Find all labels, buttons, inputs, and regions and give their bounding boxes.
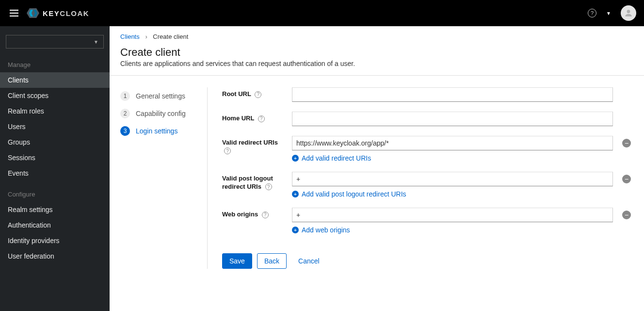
cancel-button[interactable]: Cancel <box>291 253 326 269</box>
wizard-footer: Save Back Cancel <box>222 244 633 269</box>
sidebar-item-groups[interactable]: Groups <box>0 134 110 150</box>
sidebar-item-realm-settings[interactable]: Realm settings <box>0 202 110 217</box>
wizard-step-general-settings[interactable]: 1 General settings <box>120 87 199 105</box>
sidebar-item-users[interactable]: Users <box>0 119 110 134</box>
help-icon[interactable]: ? <box>262 212 269 218</box>
plus-circle-icon: + <box>292 191 299 197</box>
sidebar-item-user-federation[interactable]: User federation <box>0 248 110 264</box>
root-url-input[interactable] <box>292 87 613 102</box>
sidebar-item-client-scopes[interactable]: Client scopes <box>0 88 110 103</box>
main-content: Clients › Create client Create client Cl… <box>110 26 644 311</box>
home-url-input[interactable] <box>292 112 613 126</box>
nav-section-title: Manage <box>0 57 110 72</box>
save-button[interactable]: Save <box>222 253 252 269</box>
page-subtitle: Clients are applications and services th… <box>110 59 644 76</box>
minus-circle-icon: − <box>625 176 628 182</box>
home-url-label: Home URL ? <box>222 112 285 123</box>
remove-redirect-uri-button[interactable]: − <box>622 139 631 147</box>
brand-name: KEYCLOAK <box>43 9 89 17</box>
add-redirect-uri-link[interactable]: +Add valid redirect URIs <box>292 154 371 162</box>
user-avatar[interactable] <box>621 5 636 21</box>
page-title: Create client <box>110 43 644 59</box>
web-origins-label: Web origins ? <box>222 208 285 219</box>
help-icon[interactable]: ? <box>255 91 261 98</box>
help-icon[interactable]: ? <box>258 115 265 122</box>
sidebar: ▼ Manage Clients Client scopes Realm rol… <box>0 26 110 311</box>
nav-section-title: Configure <box>0 187 110 202</box>
header-right: ? ▼ <box>588 5 636 21</box>
header-left: KEYCLOAK <box>8 7 89 19</box>
plus-circle-icon: + <box>292 155 299 162</box>
brand-logo[interactable]: KEYCLOAK <box>26 7 89 19</box>
caret-down-icon: ▼ <box>94 39 98 45</box>
add-post-logout-uri-link[interactable]: +Add valid post logout redirect URIs <box>292 190 406 198</box>
avatar-icon <box>624 8 633 18</box>
web-origin-input[interactable] <box>292 208 613 222</box>
breadcrumb-current: Create client <box>153 33 188 40</box>
svg-point-3 <box>627 10 630 13</box>
wizard-steps: 1 General settings 2 Capability config 3… <box>120 87 208 269</box>
header-dropdown-caret[interactable]: ▼ <box>606 11 611 16</box>
remove-post-logout-uri-button[interactable]: − <box>622 175 631 183</box>
post-logout-uris-label: Valid post logout redirect URIs ? <box>222 172 285 191</box>
menu-toggle-button[interactable] <box>8 8 20 18</box>
minus-circle-icon: − <box>625 140 628 147</box>
wizard-step-capability-config[interactable]: 2 Capability config <box>120 105 199 122</box>
plus-circle-icon: + <box>292 227 299 233</box>
add-web-origin-link[interactable]: +Add web origins <box>292 226 350 234</box>
root-url-label: Root URL ? <box>222 87 285 98</box>
breadcrumb: Clients › Create client <box>110 26 644 43</box>
sidebar-item-identity-providers[interactable]: Identity providers <box>0 233 110 248</box>
app-header: KEYCLOAK ? ▼ <box>0 0 644 26</box>
realm-selector[interactable]: ▼ <box>6 35 104 49</box>
keycloak-logo-icon <box>26 7 40 19</box>
remove-web-origin-button[interactable]: − <box>622 211 631 219</box>
minus-circle-icon: − <box>625 212 628 218</box>
sidebar-item-events[interactable]: Events <box>0 165 110 181</box>
redirect-uri-input[interactable] <box>292 136 613 150</box>
sidebar-item-sessions[interactable]: Sessions <box>0 150 110 165</box>
help-icon[interactable]: ? <box>265 183 272 190</box>
breadcrumb-root-link[interactable]: Clients <box>120 33 140 40</box>
redirect-uris-label: Valid redirect URIs ? <box>222 136 285 155</box>
sidebar-item-realm-roles[interactable]: Realm roles <box>0 103 110 119</box>
wizard-step-login-settings[interactable]: 3 Login settings <box>120 122 199 140</box>
help-icon[interactable]: ? <box>588 9 596 17</box>
chevron-right-icon: › <box>145 33 147 40</box>
back-button[interactable]: Back <box>257 253 287 269</box>
sidebar-item-authentication[interactable]: Authentication <box>0 217 110 233</box>
sidebar-item-clients[interactable]: Clients <box>0 72 110 88</box>
help-icon[interactable]: ? <box>224 147 231 154</box>
post-logout-uri-input[interactable] <box>292 172 613 186</box>
